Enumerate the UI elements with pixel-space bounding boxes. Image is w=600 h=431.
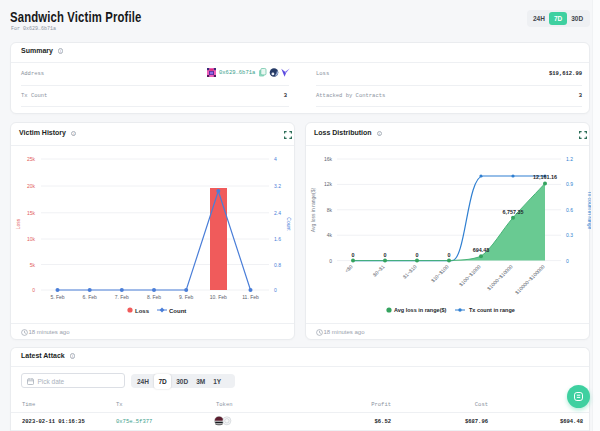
svg-text:$1~$10: $1~$10 [402, 263, 418, 279]
svg-text:0: 0 [448, 252, 451, 258]
svg-text:Loss: Loss [15, 218, 21, 229]
svg-text:Avg loss in range($): Avg loss in range($) [310, 187, 316, 232]
svg-text:0: 0 [32, 287, 35, 293]
svg-text:$10~$100: $10~$100 [430, 263, 450, 283]
svg-text:3.2: 3.2 [274, 183, 281, 189]
svg-text:Loss: Loss [135, 308, 150, 314]
svg-text:5k: 5k [30, 262, 36, 268]
svg-text:6,757.35: 6,757.35 [503, 209, 524, 215]
svg-text:0: 0 [352, 252, 355, 258]
svg-text:12,161.16: 12,161.16 [533, 174, 557, 180]
svg-text:4: 4 [274, 156, 277, 162]
svg-text:4k: 4k [327, 232, 333, 238]
svg-text:15k: 15k [27, 210, 36, 216]
svg-text:12k: 12k [324, 181, 333, 187]
svg-text:1.6: 1.6 [274, 236, 281, 242]
svg-text:0.8: 0.8 [274, 262, 281, 268]
svg-text:$10000~$100000: $10000~$100000 [514, 263, 546, 295]
svg-text:0.9: 0.9 [566, 181, 573, 187]
svg-text:Count: Count [286, 217, 292, 231]
svg-text:0: 0 [329, 258, 332, 264]
svg-text:0: 0 [274, 287, 277, 293]
svg-text:20k: 20k [27, 183, 36, 189]
svg-text:10. Feb: 10. Feb [210, 294, 227, 300]
svg-text:0: 0 [566, 258, 569, 264]
svg-text:16k: 16k [324, 156, 333, 162]
svg-text:0.6: 0.6 [566, 207, 573, 213]
svg-text:Count: Count [169, 308, 186, 314]
svg-text:11. Feb: 11. Feb [242, 294, 259, 300]
svg-text:Avg loss in range($): Avg loss in range($) [394, 307, 447, 313]
svg-text:$100~$1000: $100~$1000 [458, 263, 482, 287]
svg-text:1.2: 1.2 [566, 156, 573, 162]
svg-text:5. Feb: 5. Feb [50, 294, 64, 300]
svg-text:2.4: 2.4 [274, 210, 281, 216]
svg-text:8k: 8k [327, 207, 333, 213]
svg-text:$1000~$10000: $1000~$10000 [486, 263, 514, 291]
svg-text:<$0: <$0 [343, 263, 353, 273]
svg-text:8. Feb: 8. Feb [147, 294, 161, 300]
svg-text:0: 0 [416, 252, 419, 258]
svg-text:Tx count in range: Tx count in range [587, 191, 591, 230]
svg-text:25k: 25k [27, 156, 36, 162]
svg-text:$0~$1: $0~$1 [372, 263, 386, 277]
svg-text:0.3: 0.3 [566, 232, 573, 238]
svg-text:0: 0 [384, 252, 387, 258]
svg-text:Tx count in range: Tx count in range [469, 307, 515, 313]
svg-text:10k: 10k [27, 236, 36, 242]
svg-text:694.48: 694.48 [473, 247, 490, 253]
svg-text:9. Feb: 9. Feb [179, 294, 193, 300]
svg-text:7. Feb: 7. Feb [115, 294, 129, 300]
svg-text:6. Feb: 6. Feb [83, 294, 97, 300]
